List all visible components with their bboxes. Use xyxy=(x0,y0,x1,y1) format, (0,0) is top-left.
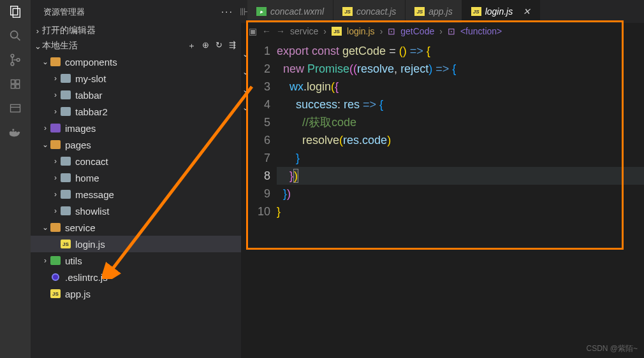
tab-label: concact.wxml xyxy=(270,6,324,17)
chevron-down-icon: ⌄ xyxy=(33,41,42,51)
folder-concact[interactable]: ›concact xyxy=(31,153,241,169)
tree-label: showlist xyxy=(75,206,109,217)
svg-rect-1 xyxy=(13,8,20,17)
refresh-icon[interactable]: ↻ xyxy=(216,40,223,52)
new-folder-icon[interactable]: ⊕ xyxy=(202,40,209,52)
watermark: CSDN @紫陌~ xyxy=(586,343,638,354)
tree-label: app.js xyxy=(65,289,91,299)
workspace-section[interactable]: ⌄ 本地生活 ＋ ⊕ ↻ ⇶ xyxy=(31,38,241,54)
svg-rect-9 xyxy=(11,85,15,89)
tree-label: images xyxy=(65,123,96,134)
folder-pages[interactable]: ⌄pages xyxy=(31,136,241,153)
tree-label: concact xyxy=(75,156,108,167)
editor-area: ⊪ ▸concact.wxml JSconcact.js JSapp.js JS… xyxy=(241,0,644,358)
folder-images[interactable]: ›images xyxy=(31,120,241,136)
tree-label: login.js xyxy=(75,239,105,250)
file-app-js[interactable]: JSapp.js xyxy=(31,285,241,302)
tree-label: pages xyxy=(65,140,91,150)
tab-label: login.js xyxy=(485,6,513,17)
svg-rect-0 xyxy=(11,6,18,15)
code-body[interactable]: export const getCode = () => { new Promi… xyxy=(277,42,644,220)
section-label: 打开的编辑器 xyxy=(42,25,96,36)
more-icon[interactable]: ··· xyxy=(221,6,233,18)
activity-bar xyxy=(0,0,31,358)
tree-label: message xyxy=(75,189,114,200)
tree-label: utils xyxy=(65,255,82,266)
tab-login-js[interactable]: JSlogin.js✕ xyxy=(462,0,541,23)
forward-icon[interactable]: → xyxy=(276,26,285,36)
tab-app-js[interactable]: JSapp.js xyxy=(406,0,462,23)
tab-label: concact.js xyxy=(356,6,396,17)
folder-home[interactable]: ›home xyxy=(31,169,241,186)
editor-tabs: ⊪ ▸concact.wxml JSconcact.js JSapp.js JS… xyxy=(241,0,644,23)
svg-point-4 xyxy=(11,54,14,57)
breadcrumb-item[interactable]: getCode xyxy=(400,26,434,36)
svg-point-2 xyxy=(11,31,18,38)
folder-message[interactable]: ›message xyxy=(31,186,241,203)
tab-concact-wxml[interactable]: ▸concact.wxml xyxy=(247,0,333,23)
activity-icon-1[interactable] xyxy=(8,76,23,92)
tab-label: app.js xyxy=(428,6,452,17)
chevron-right-icon: › xyxy=(33,26,42,36)
breadcrumb-item[interactable]: login.js xyxy=(347,26,375,36)
back-icon[interactable]: ← xyxy=(262,26,271,36)
file-tree: ⌄components ›my-slot ›tabbar ›tabbar2 ›i… xyxy=(31,54,241,358)
tab-concact-js[interactable]: JSconcact.js xyxy=(333,0,406,23)
explorer-sidebar: 资源管理器 ··· › 打开的编辑器 ⌄ 本地生活 ＋ ⊕ ↻ ⇶ ⌄compo… xyxy=(31,0,241,358)
folder-tabbar[interactable]: ›tabbar xyxy=(31,87,241,103)
svg-point-5 xyxy=(11,62,14,66)
new-file-icon[interactable]: ＋ xyxy=(187,40,196,52)
tree-label: tabbar2 xyxy=(75,106,108,117)
svg-rect-11 xyxy=(11,104,20,112)
svg-rect-10 xyxy=(16,85,20,89)
svg-rect-8 xyxy=(16,80,20,83)
collapse-icon[interactable]: ⇶ xyxy=(229,40,236,52)
code-editor[interactable]: ⌄1 ⌄2 ⌄3 ⌄4 5 6 7 8 9 10 export const ge… xyxy=(241,39,644,220)
svg-rect-15 xyxy=(12,129,14,131)
search-icon[interactable] xyxy=(8,28,23,43)
tree-label: .eslintrc.js xyxy=(65,272,108,283)
tree-label: service xyxy=(65,222,96,233)
tree-label: my-slot xyxy=(75,73,106,84)
open-editors-section[interactable]: › 打开的编辑器 xyxy=(31,23,241,38)
folder-utils[interactable]: ›utils xyxy=(31,252,241,269)
folder-showlist[interactable]: ›showlist xyxy=(31,203,241,219)
breadcrumb-item[interactable]: <function> xyxy=(460,26,502,36)
section-label: 本地生活 xyxy=(42,40,78,52)
tree-label: home xyxy=(75,173,99,183)
tree-label: components xyxy=(65,57,117,68)
close-icon[interactable]: ✕ xyxy=(523,6,531,17)
tree-label: tabbar xyxy=(75,90,103,101)
activity-icon-2[interactable] xyxy=(8,101,23,116)
line-gutter: ⌄1 ⌄2 ⌄3 ⌄4 5 6 7 8 9 10 xyxy=(241,42,277,220)
folder-components[interactable]: ⌄components xyxy=(31,54,241,70)
nav-icon[interactable]: ▣ xyxy=(249,26,257,36)
explorer-icon[interactable] xyxy=(8,4,23,19)
source-control-icon[interactable] xyxy=(8,52,23,68)
svg-line-3 xyxy=(17,38,20,41)
file-eslintrc[interactable]: .eslintrc.js xyxy=(31,269,241,285)
tab-menu-icon[interactable]: ⊪ xyxy=(241,0,247,23)
folder-tabbar2[interactable]: ›tabbar2 xyxy=(31,103,241,120)
svg-point-6 xyxy=(17,59,20,62)
file-login-js[interactable]: JSlogin.js xyxy=(31,236,241,252)
explorer-title: 资源管理器 xyxy=(43,6,85,18)
breadcrumb-item[interactable]: service xyxy=(290,26,318,36)
folder-my-slot[interactable]: ›my-slot xyxy=(31,70,241,87)
breadcrumb[interactable]: ▣ ← → service› JS login.js› ⊡ getCode› ⊡… xyxy=(241,23,644,39)
svg-rect-7 xyxy=(11,80,15,83)
docker-icon[interactable] xyxy=(8,125,23,140)
folder-service[interactable]: ⌄service xyxy=(31,219,241,236)
